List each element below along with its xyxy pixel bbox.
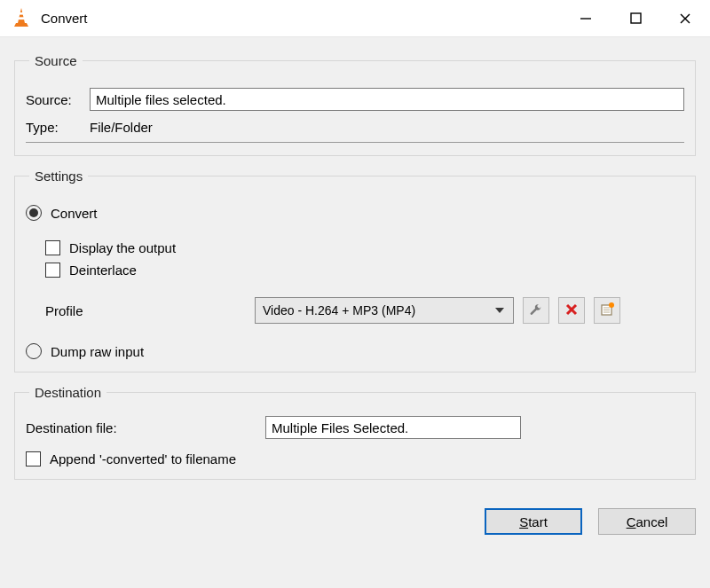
svg-point-15 (609, 302, 614, 308)
radio-icon (26, 205, 42, 221)
source-label: Source: (26, 92, 90, 107)
cancel-button[interactable]: Cancel (598, 508, 696, 535)
titlebar: Convert (0, 0, 710, 37)
append-converted-label: Append '-converted' to filename (50, 451, 236, 466)
close-button[interactable] (660, 0, 710, 36)
deinterlace-label: Deinterlace (69, 263, 137, 278)
profile-selected-value: Video - H.264 + MP3 (MP4) (263, 303, 415, 318)
maximize-button[interactable] (611, 0, 660, 36)
window-title: Convert (41, 11, 88, 26)
destination-legend: Destination (29, 385, 106, 400)
svg-marker-8 (495, 308, 504, 313)
settings-legend: Settings (29, 169, 88, 184)
profile-combobox[interactable]: Video - H.264 + MP3 (MP4) (255, 297, 514, 324)
display-output-label: Display the output (69, 240, 176, 255)
minimize-button[interactable] (561, 0, 611, 36)
svg-marker-3 (14, 23, 28, 27)
profile-label: Profile (26, 303, 255, 318)
delete-profile-button[interactable] (558, 297, 585, 324)
checkbox-icon (26, 451, 41, 466)
destination-file-label: Destination file: (26, 420, 265, 435)
svg-rect-1 (20, 12, 24, 15)
delete-x-icon (565, 303, 578, 318)
destination-file-input[interactable] (265, 416, 521, 439)
convert-radio[interactable]: Convert (26, 205, 684, 221)
append-converted-checkbox[interactable]: Append '-converted' to filename (26, 451, 684, 466)
edit-profile-button[interactable] (523, 297, 549, 324)
type-label: Type: (26, 120, 90, 135)
cancel-button-label: Cancel (627, 514, 668, 529)
start-button[interactable]: Start (485, 508, 582, 535)
checkbox-icon (45, 263, 60, 278)
type-value: File/Folder (90, 120, 153, 135)
svg-rect-5 (631, 13, 641, 23)
display-output-checkbox[interactable]: Display the output (45, 240, 684, 255)
wrench-icon (529, 302, 543, 319)
start-button-label: Start (519, 514, 548, 529)
settings-group: Settings Convert Display the output Dein… (14, 169, 696, 372)
source-input[interactable] (90, 88, 684, 111)
source-group: Source Source: Type: File/Folder (14, 53, 696, 156)
svg-rect-2 (19, 17, 25, 20)
footer: Start Cancel (0, 505, 710, 535)
window-controls (561, 0, 710, 36)
checkbox-icon (45, 240, 60, 255)
dump-raw-input-radio[interactable]: Dump raw input (26, 343, 684, 359)
deinterlace-checkbox[interactable]: Deinterlace (45, 263, 684, 278)
source-legend: Source (29, 53, 83, 68)
new-profile-button[interactable] (594, 297, 620, 324)
vlc-cone-icon (12, 7, 30, 29)
new-profile-icon (600, 302, 614, 319)
svg-marker-0 (18, 8, 25, 23)
dump-raw-label: Dump raw input (51, 344, 144, 359)
destination-group: Destination Destination file: Append '-c… (14, 385, 696, 480)
radio-icon (26, 343, 42, 359)
convert-radio-label: Convert (51, 206, 98, 221)
chevron-down-icon (495, 303, 504, 318)
